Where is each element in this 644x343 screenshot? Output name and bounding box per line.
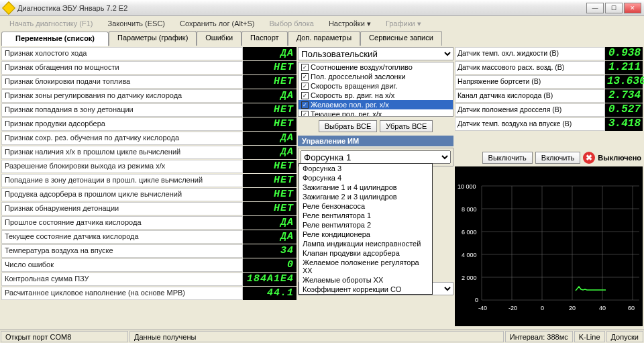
dropdown-item[interactable]: Коэффициент коррекции СО	[299, 285, 432, 294]
dropdown-item[interactable]: Зажигание 1 и 4 цилиндров	[299, 183, 432, 192]
sensor-row: Напряжение бортсети (В)13.636	[455, 75, 643, 89]
dropdown-item[interactable]: Реле бензонасоса	[299, 201, 432, 211]
menu-start: Начать диагностику (F1)	[3, 18, 99, 29]
dropdown-item[interactable]: Форсунка 4	[299, 173, 432, 183]
variable-row: Признак обгащения по мощностиНЕТ	[1, 61, 297, 75]
svg-text:10 000: 10 000	[458, 183, 476, 190]
dropdown-item[interactable]: Лампа индикации неисправностей	[299, 239, 432, 248]
menu-charts: Графики ▾	[379, 18, 428, 30]
sensor-row: Датчик темп. охл. жидкости (В)0.938	[455, 47, 643, 60]
tab-service[interactable]: Сервисные записи	[360, 31, 442, 46]
im-dropdown-list[interactable]: Форсунка 3Форсунка 4Зажигание 1 и 4 цили…	[299, 163, 433, 295]
profile-item[interactable]: ✓Желаемое пол. рег. х/х	[299, 100, 453, 109]
sensor-label: Датчик темп. воздуха на впуске (В)	[455, 117, 605, 131]
variable-label: Разрешение блокировки выхода из режима х…	[1, 160, 243, 173]
checkbox-icon: ✓	[301, 92, 309, 99]
variables-panel: Признак холостого ходаДАПризнак обгащени…	[1, 47, 297, 326]
variable-value: 0	[243, 258, 297, 272]
dropdown-item[interactable]: Зажигание 2 и 3 цилиндров	[299, 192, 432, 201]
profile-item[interactable]: ✓Соотношение воздух/топливо	[299, 62, 453, 72]
variable-row: Прошлое состояние датчика кислородаДА	[1, 216, 297, 230]
variable-row: Признак попадания в зону детонацииНЕТ	[1, 103, 297, 117]
im-select[interactable]: Форсунка 1	[301, 150, 451, 164]
im-off-button[interactable]: Выключить	[482, 152, 533, 164]
menu-settings[interactable]: Настройки ▾	[322, 18, 378, 30]
variable-row: Температура воздуха на впуске34	[1, 244, 297, 258]
tab-extra[interactable]: Доп. параметры	[288, 31, 360, 46]
sensor-label: Датчик положения дросселя (В)	[455, 103, 605, 117]
variable-row: Признак блокировки подачи топливаНЕТ	[1, 75, 297, 89]
select-all-button[interactable]: Выбрать ВСЕ	[319, 120, 378, 132]
variable-label: Контрольная сумма ПЗУ	[1, 273, 243, 286]
svg-text:2 000: 2 000	[462, 275, 477, 281]
profile-item[interactable]: ✓Пол. дроссельной заслонки	[299, 72, 453, 81]
svg-text:-40: -40	[478, 305, 487, 311]
profile-item-label: Текущее пол. рег. х/х	[311, 110, 382, 117]
right-panel: Датчик темп. охл. жидкости (В)0.938Датчи…	[455, 47, 643, 326]
profile-item[interactable]: ✓Текущее пол. рег. х/х	[299, 109, 453, 117]
variable-row: Признак обнаружения детонацииНЕТ	[1, 202, 297, 215]
variable-label: Прошлое состояние датчика кислорода	[1, 216, 243, 230]
sensor-value: 3.418	[605, 117, 643, 131]
tab-passport[interactable]: Паспорт	[241, 31, 288, 46]
menu-bar: Начать диагностику (F1) Закончить (ESC) …	[0, 16, 644, 31]
dropdown-item[interactable]: Форсунка 3	[299, 164, 432, 173]
remove-all-button[interactable]: Убрать ВСЕ	[380, 120, 433, 132]
profile-list[interactable]: ✓Соотношение воздух/топливо✓Пол. дроссел…	[298, 62, 453, 117]
dropdown-item[interactable]: Желаемое положение регулятора ХХ	[299, 258, 432, 275]
close-button[interactable]: ✕	[624, 3, 641, 13]
variable-row: Контрольная сумма ПЗУ184А1Е4	[1, 273, 297, 286]
minimize-button[interactable]: —	[586, 3, 604, 13]
variable-value: ДА	[243, 89, 297, 103]
svg-text:0: 0	[475, 297, 478, 303]
maximize-button[interactable]: ☐	[605, 3, 623, 13]
sensor-row: Датчик темп. воздуха на впуске (В)3.418	[455, 117, 643, 131]
im-on-button[interactable]: Включить	[535, 152, 580, 164]
sensor-row: Датчик массового расх. возд. (В)1.211	[455, 61, 643, 75]
status-port: Открыт порт COM8	[1, 331, 128, 342]
variable-value: 34	[243, 244, 297, 258]
svg-text:4 000: 4 000	[462, 252, 477, 258]
sensor-value: 1.211	[605, 61, 643, 75]
profile-item-label: Пол. дроссельной заслонки	[311, 72, 406, 81]
dropdown-item[interactable]: Реле кондиционера	[299, 230, 432, 239]
tab-errors[interactable]: Ошибки	[197, 31, 241, 46]
variable-label: Признак зоны регулирования по датчику ки…	[1, 89, 243, 103]
sensor-value: 2.734	[605, 89, 643, 103]
profile-item-label: Скорость вр. двиг. на х/х	[311, 91, 394, 99]
sensor-row: Канал датчика кислорода (В)2.734	[455, 89, 643, 103]
variable-label: Признак блокировки подачи топлива	[1, 75, 243, 89]
window-title: Диагностика ЭБУ Январь 7.2 E2	[17, 4, 585, 12]
variable-label: Признак попадания в зону детонации	[1, 103, 243, 117]
menu-finish[interactable]: Закончить (ESC)	[101, 18, 172, 29]
tab-bar: Переменные (список) Параметры (график) О…	[0, 31, 644, 46]
profile-item-label: Соотношение воздух/топливо	[311, 63, 413, 71]
variable-label: Признак наличия х/х в прошлом цикле вычи…	[1, 146, 243, 159]
sensor-label: Датчик массового расх. возд. (В)	[455, 61, 605, 75]
variable-row: Признак продувки адсорбераНЕТ	[1, 117, 297, 131]
status-interval: Интервал: 388мс	[505, 331, 573, 342]
svg-text:8 000: 8 000	[462, 206, 477, 213]
dropdown-item[interactable]: Желаемые обороты ХХ	[299, 275, 432, 285]
profile-item[interactable]: ✓Скорость вр. двиг. на х/х	[299, 91, 453, 100]
profile-select[interactable]: Пользовательский	[298, 47, 453, 60]
sensor-label: Напряжение бортсети (В)	[455, 75, 605, 89]
variable-value: НЕТ	[243, 188, 297, 201]
main-area: Признак холостого ходаДАПризнак обгащени…	[0, 46, 644, 328]
dropdown-item[interactable]: Реле вентилятора 2	[299, 220, 432, 230]
variable-value: ДА	[243, 146, 297, 159]
svg-text:40: 40	[599, 305, 606, 311]
variable-row: Попадание в зону детонации в прошл. цикл…	[1, 174, 297, 187]
dropdown-item[interactable]: Клапан продувки адсорбера	[299, 248, 432, 258]
cancel-icon[interactable]: ✖	[583, 152, 595, 164]
menu-savelog[interactable]: Сохранить лог (Alt+S)	[173, 18, 261, 29]
tab-params-chart[interactable]: Параметры (график)	[109, 31, 197, 46]
checkbox-icon: ✓	[301, 101, 309, 109]
tab-variables[interactable]: Переменные (список)	[1, 32, 109, 46]
profile-item[interactable]: ✓Скорость вращения двиг.	[299, 81, 453, 91]
chart-svg: 10 0008 000 6 0004 000 2 0000 -40-20 020…	[455, 166, 643, 326]
dropdown-item[interactable]: Реле вентилятора 1	[299, 211, 432, 220]
checkbox-icon: ✓	[301, 111, 309, 117]
variable-label: Попадание в зону детонации в прошл. цикл…	[1, 174, 243, 187]
variable-label: Признак холостого хода	[1, 47, 243, 60]
